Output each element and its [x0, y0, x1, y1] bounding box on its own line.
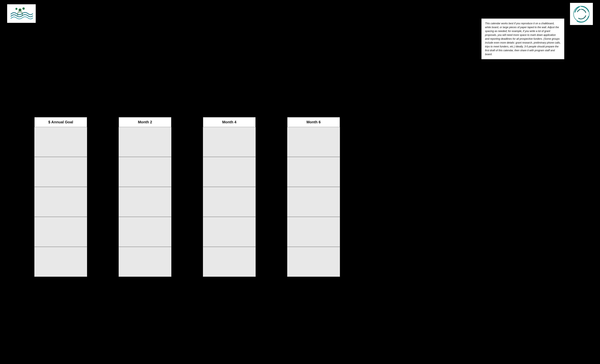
column-month2: Month 2	[119, 117, 171, 277]
table-row	[287, 217, 340, 247]
table-row	[34, 217, 87, 247]
right-logo	[570, 3, 593, 25]
table-row	[287, 187, 340, 217]
column-header-annual-goal: $ Annual Goal	[34, 117, 87, 127]
table-row	[119, 127, 171, 157]
table-row	[119, 157, 171, 187]
table-row	[203, 157, 256, 187]
info-box: This calendar works best if you reproduc…	[481, 18, 564, 59]
table-row	[203, 127, 256, 157]
info-box-text: This calendar works best if you reproduc…	[485, 22, 561, 56]
table-row	[287, 127, 340, 157]
svg-point-0	[19, 9, 21, 11]
table-row	[203, 187, 256, 217]
table-row	[34, 187, 87, 217]
column-month6: Month 6	[287, 117, 340, 277]
svg-point-2	[15, 8, 18, 10]
table-row	[203, 247, 256, 277]
table-row	[287, 247, 340, 277]
table-row	[34, 247, 87, 277]
table-row	[34, 127, 87, 157]
column-annual-goal: $ Annual Goal	[34, 117, 87, 277]
table-row	[119, 247, 171, 277]
column-header-month6: Month 6	[287, 117, 340, 127]
table-row	[119, 187, 171, 217]
table-row	[34, 157, 87, 187]
column-month4: Month 4	[203, 117, 256, 277]
svg-point-1	[22, 8, 25, 10]
grid-container: $ Annual Goal Month 2 Month 4 Month 6	[34, 117, 340, 277]
column-header-month2: Month 2	[119, 117, 171, 127]
left-logo	[7, 4, 36, 23]
table-row	[203, 217, 256, 247]
column-header-month4: Month 4	[203, 117, 256, 127]
table-row	[119, 217, 171, 247]
table-row	[287, 157, 340, 187]
